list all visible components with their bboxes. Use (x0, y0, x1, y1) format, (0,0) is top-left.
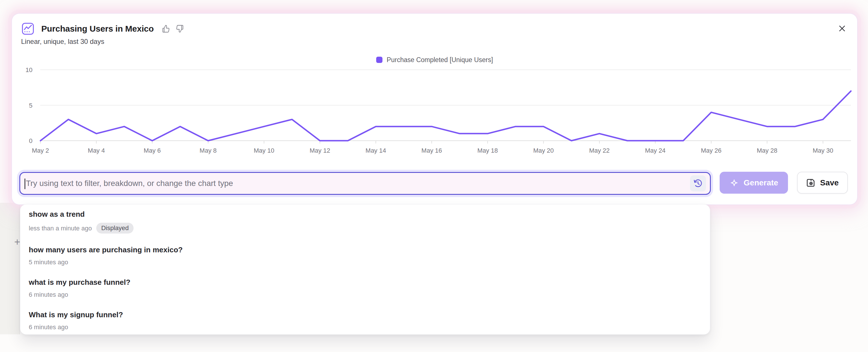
card-subtitle: Linear, unique, last 30 days (21, 38, 104, 45)
x-axis-label-May 8: May 8 (199, 147, 217, 154)
x-axis-label-May 4: May 4 (88, 147, 105, 154)
history-list-item[interactable]: show as a trend less than a minute ago D… (20, 205, 710, 241)
ai-chart-card: Purchasing Users in Mexico Linear, uniqu… (12, 14, 857, 204)
trend-line-series (40, 91, 851, 141)
history-item-time: 6 minutes ago (29, 323, 68, 331)
thumbs-up-icon[interactable] (161, 24, 171, 34)
x-axis-label-May 16: May 16 (422, 147, 442, 154)
x-axis-label-May 2: May 2 (32, 147, 49, 154)
y-axis-label-10: 10 (26, 66, 32, 73)
underlying-page-strip (0, 203, 20, 334)
legend-label: Purchase Completed [Unique Users] (387, 56, 493, 64)
line-chart-icon (21, 22, 34, 35)
history-item-meta: 5 minutes ago (29, 258, 702, 266)
history-item-meta: 6 minutes ago (29, 291, 702, 298)
generate-button[interactable]: Generate (720, 172, 788, 194)
ai-prompt-inputbox (19, 172, 711, 195)
save-button-label: Save (820, 178, 839, 187)
y-axis-label-5: 5 (29, 102, 32, 109)
ai-prompt-input[interactable] (20, 173, 710, 194)
displayed-badge: Displayed (96, 223, 133, 233)
prompt-history-dropdown: show as a trend less than a minute ago D… (20, 204, 710, 334)
y-axis-label-0: 0 (29, 137, 32, 145)
history-item-meta: 6 minutes ago (29, 323, 702, 331)
sparkle-icon (729, 178, 739, 188)
history-item-time: 6 minutes ago (29, 291, 68, 298)
history-item-query: What is my signup funnel? (29, 310, 702, 319)
generate-button-label: Generate (744, 178, 778, 187)
x-axis-label-May 22: May 22 (589, 147, 610, 154)
feedback-buttons (161, 24, 185, 34)
close-icon[interactable] (837, 23, 847, 34)
thumbs-down-icon[interactable] (175, 24, 185, 34)
plus-icon[interactable]: + (14, 237, 20, 247)
x-axis-label-May 28: May 28 (757, 147, 777, 154)
card-header: Purchasing Users in Mexico (21, 22, 185, 35)
chart-legend: Purchase Completed [Unique Users] (12, 56, 857, 64)
x-axis-label-May 24: May 24 (645, 147, 665, 154)
history-button[interactable] (690, 175, 706, 191)
history-item-time: 5 minutes ago (29, 258, 68, 266)
x-axis-label-May 20: May 20 (533, 147, 554, 154)
history-list-item[interactable]: what is my purchase funnel? 6 minutes ag… (20, 273, 710, 306)
x-axis-label-May 10: May 10 (254, 147, 274, 154)
x-axis-label-May 14: May 14 (366, 147, 386, 154)
legend-swatch (376, 57, 382, 63)
x-axis-label-May 26: May 26 (701, 147, 721, 154)
history-item-query: show as a trend (29, 210, 702, 219)
history-clock-icon (693, 178, 703, 189)
text-caret (25, 179, 25, 189)
save-button[interactable]: Save (797, 172, 848, 194)
history-item-query: what is my purchase funnel? (29, 278, 702, 287)
history-list-item[interactable]: What is my signup funnel? 6 minutes ago (20, 306, 710, 334)
x-axis-label-May 30: May 30 (813, 147, 833, 154)
history-item-time: less than a minute ago (29, 224, 92, 232)
x-axis-label-May 12: May 12 (310, 147, 330, 154)
history-item-query: how many users are purchasing in mexico? (29, 245, 702, 254)
card-title: Purchasing Users in Mexico (41, 24, 154, 34)
trend-chart-svg: 0510May 2May 4May 6May 8May 10May 12May … (12, 14, 857, 173)
history-list-item[interactable]: how many users are purchasing in mexico?… (20, 241, 710, 273)
x-axis-label-May 6: May 6 (144, 147, 161, 154)
save-disk-icon (806, 178, 816, 188)
history-item-meta: less than a minute ago Displayed (29, 223, 702, 233)
x-axis-label-May 18: May 18 (477, 147, 498, 154)
